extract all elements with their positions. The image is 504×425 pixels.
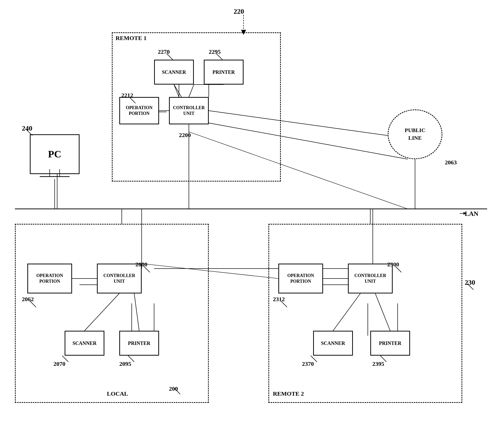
- svg-line-29: [144, 266, 150, 272]
- arrow-220: [239, 15, 249, 35]
- remote2-controller-box: CONTROLLER UNIT: [348, 264, 393, 293]
- arrow-2070: [62, 356, 70, 363]
- local-controller-box: CONTROLLER UNIT: [97, 264, 142, 293]
- svg-line-30: [30, 301, 36, 307]
- pc-box: PC: [30, 134, 80, 174]
- diagram: 220 REMOTE 1 SCANNER PRINTER OPERATION P…: [0, 0, 504, 425]
- arrow-2062: [30, 301, 37, 308]
- svg-line-33: [174, 388, 180, 394]
- svg-line-37: [380, 356, 386, 362]
- remote2-operation-box: OPERATION PORTION: [278, 264, 323, 293]
- arrow-2270: [167, 53, 174, 61]
- remote1-printer-box: PRINTER: [204, 60, 244, 85]
- remote2-label: REMOTE 2: [273, 390, 304, 397]
- arrow-2312: [281, 301, 288, 308]
- ref-220: 220: [234, 7, 244, 15]
- arrow-240: [26, 129, 34, 137]
- svg-line-38: [467, 283, 473, 290]
- remote2-scanner-box: SCANNER: [313, 331, 353, 356]
- arrow-2395: [380, 356, 388, 363]
- arrow-2000: [144, 266, 151, 274]
- local-printer-box: PRINTER: [119, 331, 159, 356]
- svg-marker-28: [463, 212, 466, 215]
- arrow-2295: [216, 53, 224, 61]
- arrow-2212: [129, 97, 137, 104]
- svg-line-35: [281, 301, 287, 307]
- public-line-circle: PUBLIC LINE: [388, 109, 442, 159]
- ref-2200: 2200: [179, 132, 191, 139]
- local-box: [15, 224, 209, 403]
- remote1-controller-box: CONTROLLER UNIT: [169, 97, 209, 124]
- ref-2063: 2063: [445, 159, 457, 166]
- remote2-printer-box: PRINTER: [370, 331, 410, 356]
- local-label: LOCAL: [107, 390, 128, 397]
- svg-line-36: [311, 356, 317, 362]
- svg-line-26: [26, 129, 32, 136]
- local-operation-box: OPERATION PORTION: [27, 264, 72, 293]
- svg-line-34: [395, 266, 401, 272]
- svg-line-31: [62, 356, 68, 362]
- pc-stand: [30, 169, 80, 179]
- arrow-200: [174, 388, 181, 395]
- svg-line-32: [128, 356, 134, 362]
- svg-line-21: [216, 53, 222, 60]
- arrow-2300: [395, 266, 403, 274]
- remote2-box: [268, 224, 462, 403]
- arrow-lan: [460, 211, 467, 218]
- remote1-scanner-box: SCANNER: [154, 60, 194, 85]
- remote1-operation-box: OPERATION PORTION: [119, 97, 159, 124]
- arrow-2370: [311, 356, 318, 363]
- arrow-230: [467, 283, 475, 291]
- arrow-2095: [128, 356, 135, 363]
- remote1-label: REMOTE 1: [116, 35, 147, 42]
- svg-line-22: [129, 97, 135, 103]
- svg-line-20: [167, 53, 173, 60]
- local-scanner-box: SCANNER: [65, 331, 104, 356]
